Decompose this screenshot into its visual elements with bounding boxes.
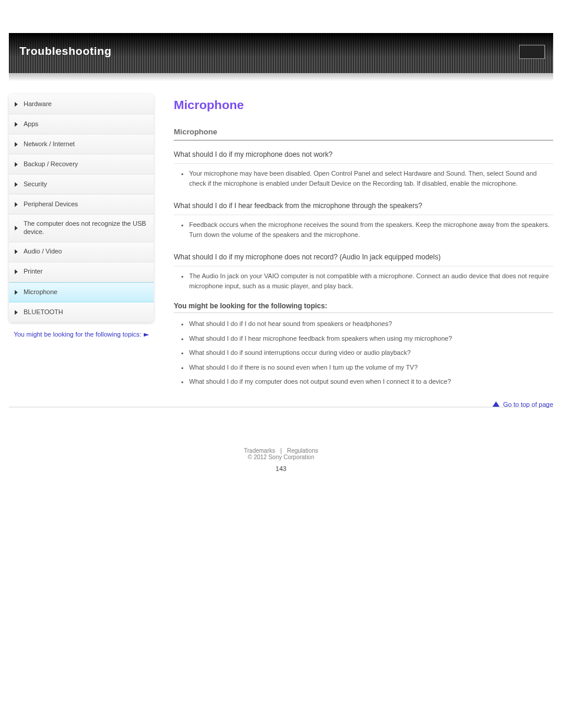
- back-to-top-label: Go to top of page: [503, 401, 553, 408]
- related-list: What should I do if I do not hear sound …: [174, 319, 553, 387]
- faq-answer: The Audio In jack on your VAIO computer …: [189, 271, 553, 291]
- nav-label: Security: [24, 180, 47, 189]
- nav-item-apps[interactable]: Apps: [9, 114, 154, 134]
- nav-label: Apps: [24, 120, 38, 129]
- nav-label: BLUETOOTH: [24, 308, 63, 317]
- nav-item-peripheral[interactable]: Peripheral Devices: [9, 195, 154, 215]
- nav-label: Hardware: [24, 100, 52, 108]
- nav-label: Audio / Video: [24, 248, 62, 256]
- page-number: 143: [0, 465, 562, 472]
- sub-heading: Microphone: [174, 127, 553, 141]
- faq-block: What should I do if I hear feedback from…: [174, 199, 553, 240]
- chevron-right-icon: [15, 290, 18, 295]
- main-content: Microphone Microphone What should I do i…: [154, 94, 553, 391]
- nav-item-microphone[interactable]: Microphone: [9, 282, 154, 302]
- nav-item-backup[interactable]: Backup / Recovery: [9, 154, 154, 174]
- search-box[interactable]: [519, 45, 545, 59]
- footer-copyright: © 2012 Sony Corporation: [248, 454, 315, 460]
- external-link-text: You might be looking for the following t…: [14, 331, 141, 338]
- chevron-right-icon: [15, 142, 18, 147]
- related-link[interactable]: What should I do if I do not hear sound …: [189, 319, 553, 329]
- nav-label: Microphone: [24, 288, 57, 297]
- nav-item-network[interactable]: Network / Internet: [9, 134, 154, 154]
- chevron-right-icon: [15, 102, 18, 107]
- faq-block: What should I do if my microphone does n…: [174, 148, 553, 189]
- related-link[interactable]: What should I do if I hear microphone fe…: [189, 334, 553, 344]
- footer-link-regulations[interactable]: Regulations: [287, 447, 318, 454]
- sidebar-external-link-anchor[interactable]: You might be looking for the following t…: [14, 331, 149, 338]
- nav-item-hardware[interactable]: Hardware: [9, 94, 154, 114]
- nav-label: Network / Internet: [24, 140, 75, 149]
- nav-item-audio-video[interactable]: Audio / Video: [9, 242, 154, 262]
- chevron-right-icon: [15, 269, 18, 274]
- related-link[interactable]: What should I do if sound interruptions …: [189, 348, 553, 358]
- chevron-right-icon: [15, 202, 18, 207]
- related-link[interactable]: What should I do if there is no sound ev…: [189, 363, 553, 373]
- arrow-right-icon: [144, 333, 149, 337]
- nav-item-usb[interactable]: The computer does not recognize the USB …: [9, 215, 154, 242]
- sidebar-nav: Hardware Apps Network / Internet Backup …: [9, 94, 154, 322]
- nav-item-security[interactable]: Security: [9, 174, 154, 195]
- footer: Trademarks | Regulations © 2012 Sony Cor…: [0, 447, 562, 460]
- related-link[interactable]: What should I do if my computer does not…: [189, 377, 553, 387]
- nav-label: Backup / Recovery: [24, 160, 78, 169]
- page-title: Microphone: [174, 98, 553, 112]
- faq-answer: Your microphone may have been disabled. …: [189, 169, 553, 189]
- nav-item-bluetooth[interactable]: BLUETOOTH: [9, 302, 154, 322]
- nav-label: Peripheral Devices: [24, 200, 78, 209]
- chevron-right-icon: [15, 226, 18, 230]
- nav-item-printer[interactable]: Printer: [9, 262, 154, 282]
- header-band: Troubleshooting: [9, 33, 553, 73]
- faq-question: What should I do if I hear feedback from…: [174, 199, 553, 215]
- back-to-top-bar: Go to top of page: [9, 407, 553, 414]
- back-to-top-button[interactable]: Go to top of page: [492, 401, 553, 408]
- nav-label: The computer does not recognize the USB …: [24, 220, 148, 236]
- sidebar-external-link: You might be looking for the following t…: [9, 331, 154, 338]
- footer-link-trademarks[interactable]: Trademarks: [244, 447, 275, 454]
- faq-question: What should I do if my microphone does n…: [174, 251, 553, 266]
- chevron-right-icon: [15, 162, 18, 167]
- chevron-right-icon: [15, 249, 18, 254]
- header-title: Troubleshooting: [19, 45, 111, 58]
- faq-answer: Feedback occurs when the microphone rece…: [189, 220, 553, 240]
- chevron-right-icon: [15, 122, 18, 127]
- chevron-right-icon: [15, 310, 18, 315]
- nav-label: Printer: [24, 268, 42, 276]
- faq-question: What should I do if my microphone does n…: [174, 148, 553, 164]
- related-heading: You might be looking for the following t…: [174, 302, 553, 313]
- chevron-up-icon: [492, 401, 500, 407]
- chevron-right-icon: [15, 182, 18, 187]
- faq-block: What should I do if my microphone does n…: [174, 251, 553, 291]
